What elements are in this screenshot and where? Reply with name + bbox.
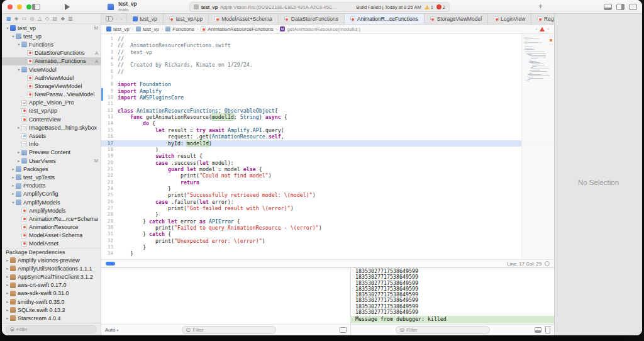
tree-item-AmplifyModels[interactable]: AmplifyModels <box>2 206 101 215</box>
tree-item-test_vp[interactable]: ▾test_vpM <box>2 24 101 32</box>
disclosure-closed-icon[interactable]: ▸ <box>5 291 10 296</box>
tree-item-AnimationRe...rce+Schema[interactable]: AnimationRe...rce+Schema <box>2 215 101 223</box>
run-button[interactable] <box>65 4 70 10</box>
console-panel-icon[interactable] <box>535 327 541 333</box>
error-badge[interactable]: 2 <box>436 4 445 10</box>
issue-navigator-icon[interactable]: △ <box>38 14 42 24</box>
tree-item-Amplify visionos-preview[interactable]: ▸Amplify visionos-preview <box>2 256 101 264</box>
breadcrumb-item[interactable]: test_vp <box>106 26 130 32</box>
tree-item-Packages[interactable]: ▸Packages <box>2 165 101 173</box>
code-line-27[interactable]: 27 print("Got failed result with \(error… <box>101 205 554 211</box>
disclosure-closed-icon[interactable]: ▸ <box>5 274 10 279</box>
code-line-10[interactable]: 10import AWSPluginsCore <box>101 94 554 101</box>
back-icon[interactable]: ‹ <box>116 16 118 22</box>
debug-navigator-icon[interactable]: ▤ <box>53 14 58 24</box>
disclosure-open-icon[interactable]: ▾ <box>11 34 16 39</box>
tab-AnimationR...ceFunctions[interactable]: AnimationR...ceFunctions <box>345 14 425 24</box>
code-line-34[interactable]: 34 } <box>101 250 554 257</box>
tab-StorageViewModel[interactable]: StorageViewModel <box>425 14 488 24</box>
code-line-11[interactable]: 11 <box>101 101 554 107</box>
disclosure-closed-icon[interactable]: ▸ <box>5 282 10 288</box>
code-line-33[interactable]: 33 } <box>101 244 554 250</box>
breadcrumb-item[interactable]: AnimationResourceFunctions <box>201 26 274 32</box>
minimize-window-button[interactable] <box>17 4 22 9</box>
code-line-9[interactable]: 9import Amplify <box>101 88 554 94</box>
tree-item-ModelAsset+Schema[interactable]: ModelAsset+Schema <box>2 232 101 240</box>
tree-item-AuthViewModel[interactable]: AuthViewModel <box>2 74 101 82</box>
code-line-5[interactable]: 5// Created by Richards, Kimate on 1/29/… <box>101 62 554 68</box>
zoom-window-button[interactable] <box>26 4 31 9</box>
tree-item-DataStoreFunctions[interactable]: DataStoreFunctionsA <box>2 49 101 57</box>
disclosure-closed-icon[interactable]: ▸ <box>16 125 21 130</box>
breadcrumb-item[interactable]: MgetAnimationResource(modelId:) <box>280 26 360 32</box>
code-line-14[interactable]: 14 do { <box>101 120 554 126</box>
warning-badge[interactable]: 1 <box>425 4 433 10</box>
disclosure-open-icon[interactable]: ▾ <box>5 26 10 31</box>
disclosure-closed-icon[interactable]: ▸ <box>11 191 16 196</box>
tree-item-Animatio...Functions[interactable]: Animatio...FunctionsA <box>2 57 101 65</box>
code-line-23[interactable]: 23 return <box>101 179 554 186</box>
code-line-18[interactable]: 18 ) <box>101 147 554 153</box>
editor-layout-icon[interactable] <box>106 16 113 21</box>
tree-item-smithy-swift 0.35.0[interactable]: ▸smithy-swift 0.35.0 <box>2 298 101 306</box>
tree-item-AnimationResource[interactable]: AnimationResource <box>2 223 101 232</box>
disclosure-closed-icon[interactable]: ▸ <box>5 266 10 271</box>
tree-item-Apple_Vision_Pro[interactable]: Apple_Vision_Pro <box>2 99 101 107</box>
disclosure-open-icon[interactable]: ▾ <box>11 200 16 205</box>
code-line-3[interactable]: 3// test_vp <box>101 49 554 55</box>
code-line-1[interactable]: 1// <box>101 36 554 42</box>
close-window-button[interactable] <box>8 4 13 9</box>
editor-only-toggle-icon[interactable] <box>629 4 637 10</box>
disclosure-closed-icon[interactable]: ▸ <box>5 308 10 313</box>
disclosure-closed-icon[interactable]: ▸ <box>5 299 10 305</box>
tree-item-Functions[interactable]: ▾Functions <box>2 40 101 48</box>
find-navigator-icon[interactable]: ◎ <box>30 14 35 24</box>
code-line-20[interactable]: 20 case .success(let model): <box>101 160 554 166</box>
library-add-icon[interactable]: + <box>538 2 543 11</box>
breadcrumb-item[interactable]: Functions <box>165 26 194 32</box>
tree-item-Starscream 4.0.4[interactable]: ▸Starscream 4.0.4 <box>2 314 101 322</box>
bookmark-navigator-icon[interactable]: ▭ <box>22 14 27 24</box>
scheme-name[interactable]: test_vp <box>201 4 218 10</box>
tree-item-NewPassw...ViewModel[interactable]: NewPassw...ViewModel <box>2 91 101 99</box>
code-line-25[interactable]: 25 print("Successfully retrieved model: … <box>101 192 554 198</box>
tree-item-aws-crt-swift 0.17.0[interactable]: ▸aws-crt-swift 0.17.0 <box>2 281 101 289</box>
code-line-6[interactable]: 6// <box>101 69 554 75</box>
previous-issue-icon[interactable]: ‹ <box>536 26 538 32</box>
code-line-7[interactable]: 7 <box>101 75 554 81</box>
debug-area-toggle-icon[interactable] <box>604 4 612 10</box>
breakpoint-navigator-icon[interactable]: ◆ <box>61 14 65 24</box>
tab-DataStoreFunctions[interactable]: DataStoreFunctions <box>279 14 345 24</box>
report-navigator-icon[interactable]: ▥ <box>68 14 73 24</box>
code-line-12[interactable]: 12class AnimationResourceFunctions: Obse… <box>101 108 554 114</box>
next-issue-icon[interactable]: › <box>547 26 549 32</box>
disclosure-closed-icon[interactable]: ▸ <box>11 175 16 180</box>
variables-view[interactable] <box>101 268 350 324</box>
code-editor[interactable]: 1//2// AnimationResourceFunctions.swift3… <box>101 34 554 259</box>
code-line-16[interactable]: 16 request: .get(AnimationResource.self, <box>101 133 554 140</box>
code-line-4[interactable]: 4// <box>101 55 554 62</box>
code-line-26[interactable]: 26 case .failure(let error): <box>101 199 554 205</box>
tree-item-AmplifyUtilsNotifications 1.1.1[interactable]: ▸AmplifyUtilsNotifications 1.1.1 <box>2 264 101 272</box>
tree-item-Assets[interactable]: Assets <box>2 131 101 140</box>
disclosure-closed-icon[interactable]: ▸ <box>5 258 10 263</box>
code-line-13[interactable]: 13 func getAnimationResource(modelId: St… <box>101 114 554 120</box>
tree-item-test_vpApp[interactable]: test_vpApp <box>2 107 101 115</box>
variables-filter-input[interactable]: Filter <box>182 326 276 334</box>
navigator-toggle-icon[interactable] <box>32 4 40 10</box>
inspector-toggle-icon[interactable] <box>616 4 625 10</box>
trash-icon[interactable] <box>545 328 550 333</box>
code-line-19[interactable]: 19 switch result { <box>101 153 554 159</box>
disclosure-open-icon[interactable]: ▾ <box>16 42 21 47</box>
tree-item-ImageBased...hting.skybox[interactable]: ▸ImageBased...hting.skybox <box>2 123 101 131</box>
code-line-15[interactable]: 15 let result = try await Amplify.API.qu… <box>101 127 554 133</box>
code-line-29[interactable]: 29 } catch let error as APIError { <box>101 218 554 225</box>
disclosure-closed-icon[interactable]: ▸ <box>11 183 16 188</box>
forward-icon[interactable]: › <box>121 16 123 22</box>
variables-layout-icon[interactable] <box>340 327 347 333</box>
tree-item-test_vpTests[interactable]: ▸test_vpTests <box>2 173 101 181</box>
minimap[interactable] <box>521 34 554 259</box>
console-output[interactable]: 1835302771753864959918353027717538649599… <box>351 268 554 324</box>
code-line-21[interactable]: 21 guard let model = model else { <box>101 166 554 172</box>
tree-item-ModelAsset[interactable]: ModelAsset <box>2 240 101 248</box>
